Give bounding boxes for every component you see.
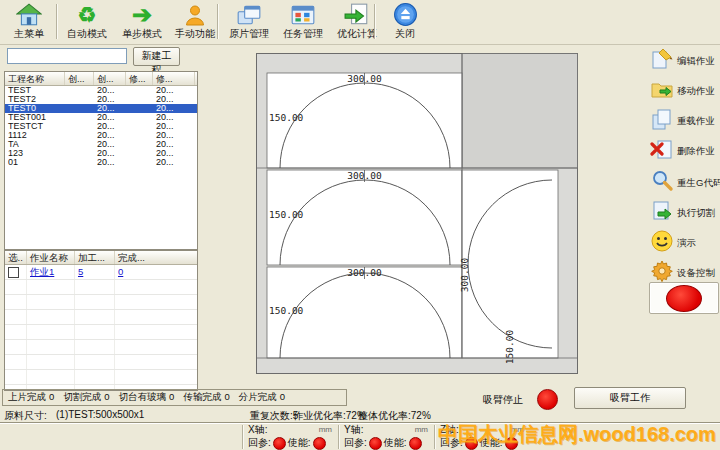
table-row[interactable]: TEST20...20... [5, 86, 197, 95]
home-icon [2, 1, 56, 28]
col-modified-1[interactable]: 修... [126, 72, 153, 85]
col-project-name[interactable]: 工程名称 [5, 72, 65, 85]
repeat-count: 重复次数:5 [250, 409, 298, 423]
col-modified-2[interactable]: 修... [153, 72, 195, 85]
emergency-stop-button[interactable] [649, 282, 719, 314]
col-completed[interactable]: 完成... [115, 251, 193, 264]
y-axis-group: Y轴:mm 回参:使能: [344, 424, 434, 450]
table-row-selected[interactable]: TEST020...20... [5, 104, 197, 113]
table-row[interactable]: TESTCT20...20... [5, 122, 197, 131]
empty-row [5, 340, 197, 355]
project-name-input[interactable] [7, 48, 127, 64]
toolbar-sheet-management[interactable]: 原片管理 [222, 1, 276, 42]
panel-4 [462, 170, 558, 358]
dim-height-3: 150.00 [269, 305, 304, 316]
edit-job-button[interactable]: 编辑作业 [650, 47, 720, 75]
execute-cut-icon [650, 199, 674, 227]
delete-job-icon [650, 137, 674, 165]
col-job-name[interactable]: 作业名称 [27, 251, 75, 264]
suction-work-button[interactable]: 吸臂工作 [574, 387, 686, 409]
reload-job-button[interactable]: 重载作业 [650, 107, 720, 135]
job-row[interactable]: 作业1 5 0 [5, 265, 197, 280]
table-row[interactable]: 0120...20... [5, 158, 197, 167]
empty-row [5, 280, 197, 295]
dim-width-1: 300.00 [347, 73, 382, 84]
toolbar-separator [217, 4, 219, 39]
empty-row [5, 325, 197, 340]
manual-icon [168, 1, 222, 28]
toolbar-task-management[interactable]: 任务管理 [276, 1, 330, 42]
dim-height-2: 150.00 [269, 209, 304, 220]
dim-height-1: 150.00 [269, 112, 304, 123]
z-axis-group: Z轴:mm 回参:使能: [440, 424, 530, 450]
dim-width-2: 300.00 [347, 170, 382, 181]
suction-status-indicator [537, 389, 558, 410]
col-created-2[interactable]: 创... [94, 72, 126, 85]
job-checkbox[interactable] [8, 267, 19, 278]
col-select[interactable]: 选.. [5, 251, 27, 264]
job-actions-panel: 编辑作业 移动作业 重载作业 删除作业 重生G代码 执行切割 演示 设备控制 [648, 45, 720, 389]
demo-icon [650, 229, 674, 257]
material-size-label: 原料尺寸: [4, 409, 47, 423]
new-project-button[interactable]: 新建工程 [133, 47, 180, 66]
z-enable-indicator [505, 437, 518, 450]
toolbar-manual-function[interactable]: 手动功能 [168, 1, 222, 42]
job-table: 选.. 作业名称 加工... 完成... 作业1 5 0 [4, 250, 198, 391]
empty-row [5, 310, 197, 325]
axis-status-bar: X轴:mm 回参:使能: Y轴:mm 回参:使能: Z轴:mm 回参:使能: 运… [0, 422, 720, 450]
empty-row [5, 295, 197, 310]
col-created-1[interactable]: 创... [65, 72, 94, 85]
move-job-button[interactable]: 移动作业 [650, 77, 720, 105]
toolbar-auto-mode[interactable]: ♻ 自动模式 [60, 1, 114, 42]
dim-height-4: 150.00 [504, 330, 515, 365]
y-ref-indicator [369, 437, 382, 450]
table-row[interactable]: TEST00120...20... [5, 113, 197, 122]
project-panel: 新建工程 工程名称 创... 创... 修... 修... TEST20...2… [3, 45, 198, 389]
offcut-region [462, 54, 578, 169]
cutting-layout-canvas[interactable]: 300.00 150.00 300.00 150.00 300.00 150.0… [198, 45, 648, 389]
job-opt-rate: 作业优化率:72% [293, 409, 366, 423]
execute-cut-button[interactable]: 执行切割 [650, 199, 720, 227]
main-toolbar: 主菜单 ♻ 自动模式 ➔ 单步模式 手动功能 原片管理 任务管理 优化计算 [0, 0, 720, 45]
material-size-value: (1)TEST:500x500x1 [56, 409, 144, 420]
table-row[interactable]: 111220...20... [5, 131, 197, 140]
toolbar-main-menu[interactable]: 主菜单 [2, 1, 56, 42]
total-opt-rate: 整体优化率:72% [358, 409, 431, 423]
edit-job-icon [650, 47, 674, 75]
z-ref-indicator [465, 437, 478, 450]
reload-job-icon [650, 107, 674, 135]
job-name-link[interactable]: 作业1 [30, 266, 54, 277]
task-manage-icon [276, 1, 330, 28]
dim-width-3: 300.00 [347, 267, 382, 278]
step-mode-icon: ➔ [115, 1, 169, 28]
x-axis-group: X轴:mm 回参:使能: [248, 424, 338, 450]
sheet-drawing: 300.00 150.00 300.00 150.00 300.00 150.0… [256, 53, 578, 374]
demo-button[interactable]: 演示 [650, 229, 720, 257]
delete-job-button[interactable]: 删除作业 [650, 137, 720, 165]
close-icon [378, 1, 432, 28]
toolbar-close[interactable]: 关闭 [378, 1, 432, 42]
process-status-bar: 上片完成0 切割完成0 切台有玻璃0 传输完成0 分片完成0 [2, 389, 347, 406]
sheet-manage-icon [222, 1, 276, 28]
toolbar-separator [56, 4, 58, 39]
table-row[interactable]: TA20...20... [5, 140, 197, 149]
job-processed-link[interactable]: 5 [78, 266, 83, 277]
table-row[interactable]: TEST220...20... [5, 95, 197, 104]
auto-mode-icon: ♻ [60, 1, 114, 28]
x-enable-indicator [313, 437, 326, 450]
regen-gcode-icon [650, 169, 674, 197]
toolbar-separator [374, 4, 376, 39]
col-processed[interactable]: 加工... [75, 251, 115, 264]
red-stop-indicator-icon [666, 285, 702, 312]
project-table: 工程名称 创... 创... 修... 修... TEST20...20... … [4, 71, 198, 250]
empty-row [5, 355, 197, 370]
toolbar-step-mode[interactable]: ➔ 单步模式 [115, 1, 169, 42]
suction-stop-label: 吸臂停止 [483, 393, 523, 407]
empty-row [5, 370, 197, 385]
move-job-icon [650, 77, 674, 105]
regen-gcode-button[interactable]: 重生G代码 [650, 169, 720, 197]
job-completed-link[interactable]: 0 [118, 266, 123, 277]
x-ref-indicator [273, 437, 286, 450]
table-row[interactable]: 12320...20... [5, 149, 197, 158]
project-table-header: 工程名称 创... 创... 修... 修... [5, 72, 197, 86]
